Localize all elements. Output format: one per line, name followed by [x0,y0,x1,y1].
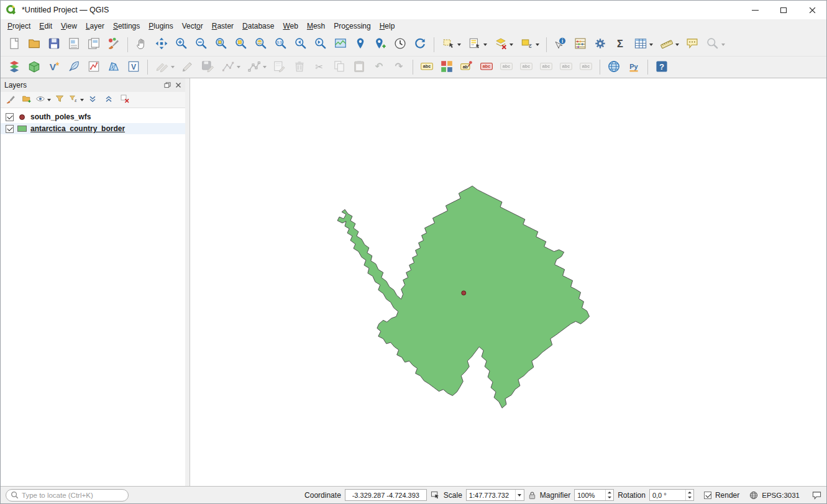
highlight-pinned-labels-button[interactable]: abc [477,58,496,76]
menu-layer[interactable]: Layer [81,20,109,32]
menu-bar: ProjectEditViewLayerSettingsPluginsVecto… [1,19,826,33]
minimize-button[interactable] [741,1,769,19]
dropdown-caret-icon [721,44,725,46]
deselect-features-button[interactable] [491,35,516,54]
menu-web[interactable]: Web [278,20,302,32]
open-attribute-table-button[interactable] [631,35,656,54]
select-features-button[interactable] [439,35,464,54]
render-checkbox[interactable] [704,492,711,499]
identify-features-button[interactable]: i [551,35,570,54]
python-console-button[interactable]: Py [624,58,643,76]
filter-legend-button[interactable] [52,93,67,107]
refresh-map-button[interactable] [411,35,429,54]
run-feature-action-button[interactable] [591,35,610,54]
rotation-up-button[interactable] [686,490,693,495]
statistical-summary-button[interactable]: Σ [611,35,629,54]
measure-button[interactable] [657,35,682,54]
scale-label: Scale [444,491,462,500]
zoom-to-layer-button[interactable] [252,35,270,54]
rotation-down-button[interactable] [686,495,693,501]
expand-all-button[interactable] [85,93,100,107]
menu-view[interactable]: View [57,20,81,32]
scale-dropdown-arrow[interactable] [515,490,524,500]
map-canvas[interactable] [190,78,826,486]
close-button[interactable] [798,1,826,19]
menu-settings[interactable]: Settings [109,20,144,32]
layer-item-south_poles_wfs[interactable]: south_poles_wfs [1,111,185,122]
new-shapefile-layer-button[interactable]: V [45,58,63,76]
zoom-to-selection-button[interactable] [232,35,250,54]
menu-vector[interactable]: Vector [178,20,208,32]
magnifier-down-button[interactable] [606,495,613,501]
locator-input[interactable]: Type to locate (Ctrl+K) [6,489,129,502]
svg-text:abc: abc [562,64,570,69]
new-print-layout-button[interactable] [65,35,83,54]
float-panel-button[interactable] [164,82,171,88]
new-spatial-bookmark-button[interactable] [371,35,390,54]
field-calculator-button[interactable] [571,35,590,54]
remove-layer-button[interactable] [117,93,132,107]
add-group-button[interactable] [19,93,34,107]
menu-plugins[interactable]: Plugins [144,20,177,32]
zoom-out-button[interactable] [192,35,211,54]
new-virtual-layer-button[interactable]: V [124,58,143,76]
menu-raster[interactable]: Raster [208,20,238,32]
pan-map-button[interactable] [132,35,151,54]
extents-toggle-icon[interactable] [431,490,440,500]
new-project-button[interactable] [5,35,24,54]
new-mesh-layer-button[interactable] [104,58,123,76]
new-spatialite-layer-button[interactable] [65,58,83,76]
open-data-source-manager-button[interactable] [5,58,24,76]
close-panel-button[interactable] [175,82,181,88]
open-project-button[interactable] [25,35,43,54]
help-button[interactable]: ? [652,58,671,76]
magnifier-up-button[interactable] [606,490,613,495]
layer-item-antarctica_country_border[interactable]: antarctica_country_border [1,123,185,134]
layer-labeling-options-button[interactable]: abc [418,58,436,76]
metasearch-button[interactable] [605,58,623,76]
svg-text:Py: Py [629,62,638,70]
zoom-next-button[interactable] [311,35,330,54]
save-project-button[interactable] [45,35,63,54]
panel-splitter[interactable] [185,78,190,486]
layer-visibility-checkbox[interactable] [6,125,14,133]
show-layout-manager-button[interactable] [85,35,103,54]
select-by-expression-button[interactable]: ε [517,35,542,54]
new-geopackage-layer-button[interactable] [25,58,43,76]
crs-button[interactable]: EPSG:3031 [762,492,800,499]
coordinate-input[interactable]: -3.329.287 -4.724.393 [345,489,427,501]
new-map-view-button[interactable] [331,35,350,54]
manage-map-themes-button[interactable] [35,93,51,107]
menu-edit[interactable]: Edit [35,20,57,32]
open-layer-styling-panel-button[interactable] [3,93,18,107]
maximize-button[interactable] [769,1,798,19]
menu-project[interactable]: Project [3,20,35,32]
show-spatial-bookmarks-button[interactable] [351,35,370,54]
select-features-by-value-button[interactable] [465,35,490,54]
pin-unpin-labels-button[interactable]: ab [457,58,476,76]
menu-help[interactable]: Help [375,20,400,32]
temporal-controller-button[interactable] [391,35,409,54]
layer-visibility-checkbox[interactable] [6,113,14,121]
zoom-full-button[interactable] [212,35,231,54]
change-label-properties-button: abc [537,58,555,76]
lock-scale-icon[interactable] [528,491,536,500]
zoom-last-button[interactable] [291,35,310,54]
filter-legend-by-expression-button[interactable]: ε [68,93,84,107]
layer-diagram-options-button[interactable] [437,58,456,76]
magnifier-spinbox[interactable]: 100% [574,489,614,501]
style-manager-button[interactable] [104,35,123,54]
rotation-spinbox[interactable]: 0,0 ° [649,489,694,501]
messages-icon[interactable] [812,491,821,500]
new-temporary-scratch-layer-button[interactable] [85,58,103,76]
collapse-all-button[interactable] [101,93,116,107]
menu-database[interactable]: Database [238,20,278,32]
add-group-icon [22,94,32,106]
zoom-in-button[interactable] [172,35,191,54]
scale-combo[interactable]: 1:47.773.732 [466,489,524,501]
menu-processing[interactable]: Processing [329,20,375,32]
map-tips-button[interactable] [683,35,701,54]
pan-map-to-selection-button[interactable] [152,35,171,54]
zoom-to-native-resolution-button[interactable]: 1:1 [272,35,290,54]
menu-mesh[interactable]: Mesh [303,20,329,32]
